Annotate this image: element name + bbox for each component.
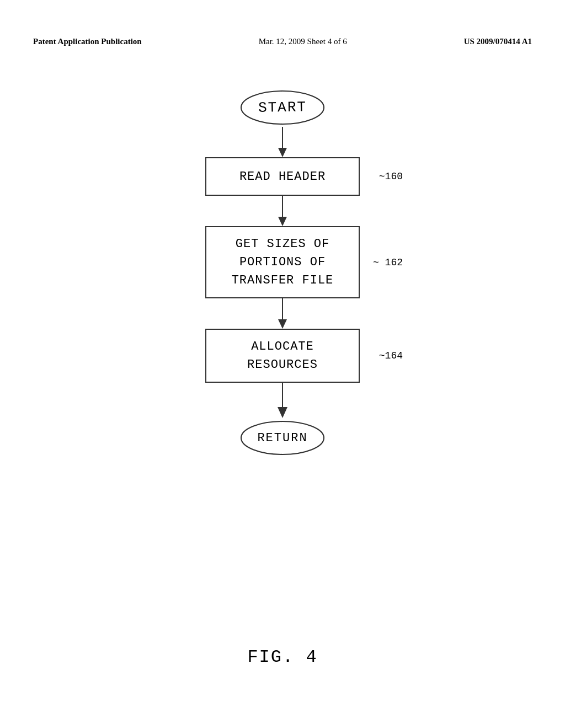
get-sizes-box: GET SIZES OF PORTIONS OF TRANSFER FILE ~… [205,226,360,298]
allocate-box: ALLOCATE RESOURCES ~164 [205,329,360,383]
connector-2 [145,196,420,226]
allocate-node: ALLOCATE RESOURCES ~164 [145,329,420,383]
get-sizes-node: GET SIZES OF PORTIONS OF TRANSFER FILE ~… [145,226,420,298]
connector-1 [145,127,420,157]
start-node: START [238,88,327,127]
read-header-box: READ HEADER ~160 [205,157,360,196]
page: Patent Application Publication Mar. 12, … [0,0,565,728]
get-sizes-ref: ~ 162 [373,257,403,268]
allocate-text: ALLOCATE RESOURCES [247,338,318,374]
date-sheet-label: Mar. 12, 2009 Sheet 4 of 6 [259,36,347,47]
svg-marker-4 [278,217,287,226]
get-sizes-text: GET SIZES OF PORTIONS OF TRANSFER FILE [232,235,334,290]
read-header-text: READ HEADER [239,168,326,186]
read-header-node: READ HEADER ~160 [145,157,420,196]
read-header-ref: ~160 [379,171,403,182]
return-label: RETURN [257,431,307,445]
svg-marker-8 [278,407,287,418]
svg-marker-6 [278,319,287,329]
page-header: Patent Application Publication Mar. 12, … [0,36,565,47]
patent-number-label: US 2009/070414 A1 [464,36,532,47]
allocate-ref: ~164 [379,350,403,361]
flowchart: START READ HEADER ~160 GET [145,88,420,457]
svg-marker-2 [278,148,287,157]
start-label: START [258,99,307,116]
publication-label: Patent Application Publication [33,36,142,47]
connector-4 [145,383,420,419]
return-node: RETURN [238,419,327,457]
figure-label: FIG. 4 [247,647,317,667]
connector-3 [145,298,420,329]
